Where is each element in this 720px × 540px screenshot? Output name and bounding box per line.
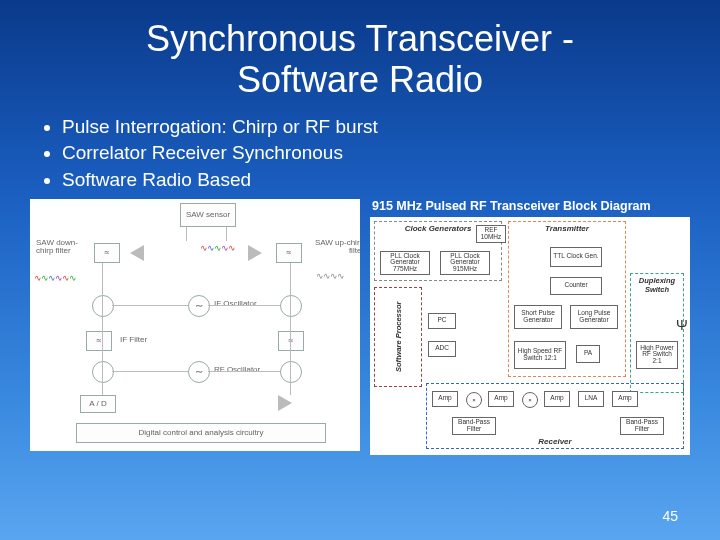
section-title: Receiver bbox=[427, 437, 683, 446]
waveform-icon: ∿∿∿∿ bbox=[316, 271, 344, 281]
block-digital-control: Digital control and analysis circuitry bbox=[76, 423, 326, 443]
left-diagram: SAW sensor SAW down-chirp filter ≈ SAW u… bbox=[30, 199, 360, 451]
section-duplexing-switch: Duplexing Switch bbox=[630, 273, 684, 393]
block-ttl-clock: TTL Clock Gen. bbox=[550, 247, 602, 267]
waveform-icon: ∿∿∿∿∿∿ bbox=[34, 273, 76, 283]
block-amp-2: Amp bbox=[488, 391, 514, 407]
slide-title: Synchronous Transceiver - Software Radio bbox=[30, 18, 690, 101]
waveform-icon: ∿∿∿∿∿ bbox=[200, 243, 235, 253]
block-pa: PA bbox=[576, 345, 600, 363]
bullet-item: Software Radio Based bbox=[62, 168, 690, 193]
block-pll-915: PLL Clock Generator 915MHz bbox=[440, 251, 490, 275]
mixer-icon bbox=[280, 361, 302, 383]
right-caption: 915 MHz Pulsed RF Transceiver Block Diag… bbox=[372, 199, 690, 213]
bullet-list: Pulse Interrogation: Chirp or RF burst C… bbox=[30, 115, 690, 193]
block-long-pulse: Long Pulse Generator bbox=[570, 305, 618, 329]
page-number: 45 bbox=[662, 508, 678, 524]
block-if-filter: ≈ bbox=[86, 331, 112, 351]
amp-icon bbox=[248, 245, 262, 261]
section-software-processor: Software Processor bbox=[374, 287, 422, 387]
mixer-icon: × bbox=[522, 392, 538, 408]
label-rf-oscillator: RF Oscillator bbox=[214, 365, 260, 374]
section-title: Duplexing Switch bbox=[633, 276, 681, 294]
amp-icon bbox=[278, 395, 292, 411]
label-if-filter: IF Filter bbox=[120, 335, 147, 344]
title-line-2: Software Radio bbox=[237, 59, 483, 100]
antenna-icon: Ψ bbox=[676, 317, 688, 333]
mixer-icon bbox=[92, 295, 114, 317]
block-pc: PC bbox=[428, 313, 456, 329]
block-if-filter-2: ≈ bbox=[278, 331, 304, 351]
label: Digital control and analysis circuitry bbox=[139, 428, 264, 437]
section-title: Transmitter bbox=[511, 224, 623, 233]
block-saw-downchirp: ≈ bbox=[94, 243, 120, 263]
amp-icon bbox=[130, 245, 144, 261]
block-hs-rf-switch: High Speed RF Switch 12:1 bbox=[514, 341, 566, 369]
block-amp-3: Amp bbox=[544, 391, 570, 407]
slide: Synchronous Transceiver - Software Radio… bbox=[0, 0, 720, 540]
block-amp-1: Amp bbox=[432, 391, 458, 407]
block-ref-10mhz: REF 10MHz bbox=[476, 225, 506, 243]
label-if-oscillator: IF Oscillator bbox=[214, 299, 257, 308]
block-lna: LNA bbox=[578, 391, 604, 407]
block-pll-775: PLL Clock Generator 775MHz bbox=[380, 251, 430, 275]
block-saw-upchirp: ≈ bbox=[276, 243, 302, 263]
block-adc: ADC bbox=[428, 341, 456, 357]
diagram-row: SAW sensor SAW down-chirp filter ≈ SAW u… bbox=[30, 199, 690, 455]
right-diagram-wrap: 915 MHz Pulsed RF Transceiver Block Diag… bbox=[370, 199, 690, 455]
mixer-icon: × bbox=[466, 392, 482, 408]
label: A / D bbox=[89, 399, 106, 408]
block-bandpass-2: Band-Pass Filter bbox=[620, 417, 664, 435]
block-counter: Counter bbox=[550, 277, 602, 295]
block-short-pulse: Short Pulse Generator bbox=[514, 305, 562, 329]
right-diagram: Clock Generators REF 10MHz PLL Clock Gen… bbox=[370, 217, 690, 455]
label-saw-downchirp: SAW down-chirp filter bbox=[36, 239, 94, 256]
section-title: Software Processor bbox=[394, 292, 403, 382]
label-saw-upchirp: SAW up-chirp filter bbox=[306, 239, 360, 256]
title-line-1: Synchronous Transceiver - bbox=[146, 18, 574, 59]
oscillator-icon: ∼ bbox=[188, 295, 210, 317]
mixer-icon bbox=[280, 295, 302, 317]
block-bandpass-1: Band-Pass Filter bbox=[452, 417, 496, 435]
bullet-item: Correlator Receiver Synchronous bbox=[62, 141, 690, 166]
mixer-icon bbox=[92, 361, 114, 383]
bullet-item: Pulse Interrogation: Chirp or RF burst bbox=[62, 115, 690, 140]
label: SAW sensor bbox=[186, 210, 230, 219]
block-amp-4: Amp bbox=[612, 391, 638, 407]
block-saw-sensor: SAW sensor bbox=[180, 203, 236, 227]
block-hp-rf-switch: High Power RF Switch 2:1 bbox=[636, 341, 678, 369]
oscillator-icon: ∼ bbox=[188, 361, 210, 383]
block-ad: A / D bbox=[80, 395, 116, 413]
